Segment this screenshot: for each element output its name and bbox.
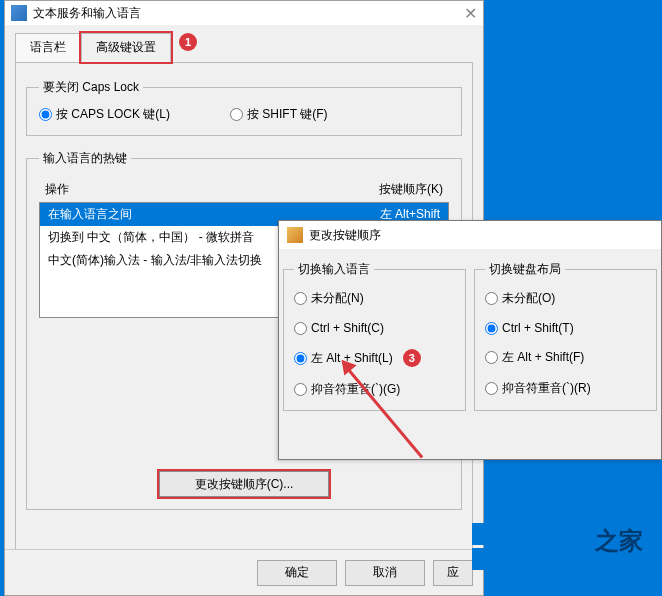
close-icon[interactable]: ✕: [464, 4, 477, 23]
badge-1: 1: [179, 33, 197, 51]
layout-legend: 切换键盘布局: [485, 261, 565, 278]
radio-lang-ctrl-shift[interactable]: Ctrl + Shift(C): [294, 321, 455, 335]
radio-lang-grave[interactable]: 抑音符重音(`)(G): [294, 381, 455, 398]
change-sequence-dialog: 更改按键顺序 切换输入语言 未分配(N) Ctrl + Shift(C) 左 A…: [278, 220, 662, 460]
col-keys: 按键顺序(K): [379, 181, 443, 198]
switch-input-language-group: 切换输入语言 未分配(N) Ctrl + Shift(C) 左 Alt + Sh…: [283, 261, 466, 411]
tab-language-bar[interactable]: 语言栏: [15, 33, 81, 62]
capslock-group: 要关闭 Caps Lock 按 CAPS LOCK 键(L) 按 SHIFT 键…: [26, 79, 462, 136]
change-sequence-button[interactable]: 更改按键顺序(C)...: [159, 471, 329, 497]
col-action: 操作: [45, 181, 379, 198]
hotkey-header: 操作 按键顺序(K): [39, 177, 449, 202]
windows-logo-icon: [472, 523, 519, 570]
switch-keyboard-layout-group: 切换键盘布局 未分配(O) Ctrl + Shift(T) 左 Alt + Sh…: [474, 261, 657, 411]
tab-strip: 语言栏 高级键设置 1: [15, 33, 483, 62]
cancel-button[interactable]: 取消: [345, 560, 425, 586]
radio-layout-ctrl-shift[interactable]: Ctrl + Shift(T): [485, 321, 646, 335]
dialog-button-bar: 确定 取消 应: [5, 549, 483, 595]
ok-button[interactable]: 确定: [257, 560, 337, 586]
dialog-title: 文本服务和输入语言: [33, 5, 141, 22]
seq-titlebar: 更改按键顺序: [279, 221, 661, 249]
badge-3: 3: [403, 349, 421, 367]
app-icon: [11, 5, 27, 21]
seq-title-text: 更改按键顺序: [309, 227, 381, 244]
titlebar: 文本服务和输入语言 ✕: [5, 1, 483, 25]
radio-shift[interactable]: 按 SHIFT 键(F): [230, 106, 327, 123]
watermark: Win10之家 www.win10xitong.com: [472, 523, 654, 570]
radio-shift-input[interactable]: [230, 108, 243, 121]
radio-layout-grave[interactable]: 抑音符重音(`)(R): [485, 380, 646, 397]
radio-lang-alt-shift[interactable]: 左 Alt + Shift(L)3: [294, 349, 455, 367]
capslock-legend: 要关闭 Caps Lock: [39, 79, 143, 96]
hotkey-legend: 输入语言的热键: [39, 150, 131, 167]
apply-button[interactable]: 应: [433, 560, 473, 586]
watermark-url: www.win10xitong.com: [527, 557, 654, 569]
radio-layout-unassigned[interactable]: 未分配(O): [485, 290, 646, 307]
radio-lang-unassigned[interactable]: 未分配(N): [294, 290, 455, 307]
radio-caps-lock[interactable]: 按 CAPS LOCK 键(L): [39, 106, 170, 123]
watermark-brand: Win10之家: [527, 525, 654, 557]
radio-caps-lock-input[interactable]: [39, 108, 52, 121]
lang-legend: 切换输入语言: [294, 261, 374, 278]
tab-advanced-key[interactable]: 高级键设置: [81, 33, 171, 62]
keyboard-icon: [287, 227, 303, 243]
radio-layout-alt-shift[interactable]: 左 Alt + Shift(F): [485, 349, 646, 366]
